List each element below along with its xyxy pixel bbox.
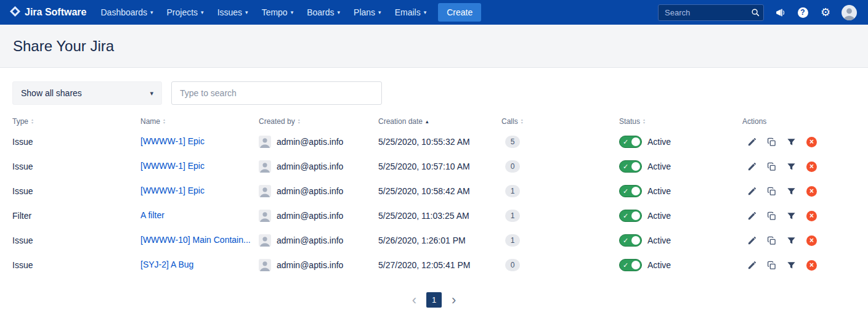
share-name-link[interactable]: [WWWW-1] Epic	[140, 161, 205, 171]
question-mark-glyph: ?	[798, 7, 808, 18]
edit-pencil-icon[interactable]	[747, 261, 756, 270]
creation-date: 5/26/2020, 1:26:01 PM	[378, 235, 466, 245]
cell-creation-date: 5/27/2020, 12:05:41 PM	[378, 260, 501, 270]
filter-funnel-icon[interactable]	[787, 236, 796, 245]
column-label: Created by	[259, 117, 295, 126]
status-label: Active	[647, 235, 671, 245]
global-search	[658, 4, 764, 21]
creation-date: 5/25/2020, 10:55:32 AM	[378, 137, 470, 147]
sort-icon: ▴▾	[298, 118, 300, 125]
pagination-next-button[interactable]: ›	[452, 293, 456, 307]
column-label: Actions	[742, 117, 766, 126]
copy-icon[interactable]	[767, 187, 776, 196]
nav-item-tempo[interactable]: Tempo ▾	[255, 0, 301, 25]
copy-icon[interactable]	[767, 162, 776, 171]
announcement-icon[interactable]	[773, 6, 787, 19]
column-label: Name	[140, 117, 160, 126]
share-name-link[interactable]: [WWWW-1] Epic	[140, 186, 205, 195]
close-icon: ×	[809, 187, 814, 195]
cell-calls: 1	[501, 234, 619, 247]
pagination-prev-button[interactable]: ‹	[412, 293, 416, 307]
cell-creation-date: 5/25/2020, 10:55:32 AM	[378, 137, 501, 147]
nav-item-emails[interactable]: Emails ▾	[388, 0, 434, 25]
delete-icon[interactable]: ×	[806, 211, 817, 221]
column-header-creation-date[interactable]: Creation date ▴	[378, 117, 501, 126]
delete-icon[interactable]: ×	[806, 137, 817, 147]
filter-funnel-icon[interactable]	[787, 261, 796, 270]
status-toggle[interactable]: ✓	[619, 259, 642, 271]
cell-calls: 5	[501, 136, 619, 148]
filter-funnel-icon[interactable]	[787, 187, 796, 196]
help-icon[interactable]: ?	[796, 6, 809, 19]
share-name-link[interactable]: A filter	[140, 210, 164, 220]
toggle-knob	[631, 137, 640, 146]
main-content: Show all shares ▾ Type ▴▾ Name ▴▾ Create…	[0, 81, 868, 308]
cell-calls: 0	[501, 259, 619, 271]
status-toggle[interactable]: ✓	[619, 136, 642, 148]
column-label: Status	[619, 117, 640, 126]
copy-icon[interactable]	[767, 236, 776, 245]
column-header-status[interactable]: Status ▴▾	[619, 117, 742, 126]
settings-gear-icon[interactable]: ⚙	[819, 6, 832, 19]
table-row: Issue [WWWW-10] Main Contain... admin@ap…	[12, 228, 856, 253]
table-row: Issue [WWWW-1] Epic admin@aptis.info 5/2…	[12, 179, 856, 203]
toggle-knob	[631, 187, 640, 195]
chevron-down-icon: ▾	[424, 9, 427, 15]
table-search-input[interactable]	[171, 81, 382, 105]
nav-item-dashboards[interactable]: Dashboards ▾	[94, 0, 160, 25]
edit-pencil-icon[interactable]	[747, 187, 756, 196]
delete-icon[interactable]: ×	[806, 260, 817, 271]
cell-created-by: admin@aptis.info	[259, 234, 378, 247]
edit-pencil-icon[interactable]	[747, 162, 756, 171]
column-header-name[interactable]: Name ▴▾	[140, 117, 259, 126]
nav-item-boards[interactable]: Boards ▾	[300, 0, 347, 25]
copy-icon[interactable]	[767, 211, 776, 221]
column-header-type[interactable]: Type ▴▾	[12, 117, 140, 126]
copy-icon[interactable]	[767, 261, 776, 270]
edit-pencil-icon[interactable]	[747, 137, 756, 147]
status-toggle[interactable]: ✓	[619, 210, 642, 222]
share-name-link[interactable]: [SYJ-2] A Bug	[140, 260, 193, 269]
table-row: Issue [WWWW-1] Epic admin@aptis.info 5/2…	[12, 129, 856, 154]
create-button[interactable]: Create	[438, 3, 481, 22]
status-toggle[interactable]: ✓	[619, 234, 642, 247]
jira-logo-brand[interactable]: Jira Software	[6, 6, 94, 19]
column-header-created-by[interactable]: Created by ▴▾	[259, 117, 378, 126]
cell-created-by: admin@aptis.info	[259, 210, 378, 222]
share-name-link[interactable]: [WWWW-10] Main Contain...	[140, 235, 251, 245]
column-label: Calls	[501, 117, 518, 126]
nav-item-projects[interactable]: Projects ▾	[160, 0, 211, 25]
share-type: Issue	[12, 235, 33, 245]
cell-actions: ×	[742, 162, 856, 172]
filter-funnel-icon[interactable]	[787, 211, 796, 221]
delete-icon[interactable]: ×	[806, 162, 817, 172]
global-search-input[interactable]	[658, 4, 764, 21]
nav-item-plans[interactable]: Plans ▾	[347, 0, 388, 25]
delete-icon[interactable]: ×	[806, 235, 817, 246]
user-avatar[interactable]	[842, 5, 857, 20]
check-icon: ✓	[623, 187, 628, 195]
cell-creation-date: 5/25/2020, 10:58:42 AM	[378, 186, 501, 196]
column-header-calls[interactable]: Calls ▴▾	[501, 117, 619, 126]
edit-pencil-icon[interactable]	[747, 236, 756, 245]
status-label: Active	[647, 162, 671, 171]
share-type-dropdown[interactable]: Show all shares ▾	[12, 81, 162, 105]
close-icon: ×	[809, 237, 814, 244]
check-icon: ✓	[623, 261, 628, 269]
nav-right-cluster: ? ⚙	[658, 4, 862, 21]
check-icon: ✓	[623, 137, 628, 146]
filter-funnel-icon[interactable]	[787, 162, 796, 171]
search-icon[interactable]	[751, 8, 760, 19]
copy-icon[interactable]	[767, 137, 776, 147]
calls-badge: 1	[505, 234, 520, 247]
status-toggle[interactable]: ✓	[619, 160, 642, 173]
filter-funnel-icon[interactable]	[787, 137, 796, 147]
delete-icon[interactable]: ×	[806, 186, 817, 197]
edit-pencil-icon[interactable]	[747, 211, 756, 221]
status-toggle[interactable]: ✓	[619, 185, 642, 197]
table-row: Filter A filter admin@aptis.info 5/25/20…	[12, 203, 856, 228]
jira-logo-icon	[10, 6, 20, 19]
share-name-link[interactable]: [WWWW-1] Epic	[140, 136, 205, 146]
pagination-current-page[interactable]: 1	[426, 292, 442, 308]
nav-item-issues[interactable]: Issues ▾	[211, 0, 255, 25]
